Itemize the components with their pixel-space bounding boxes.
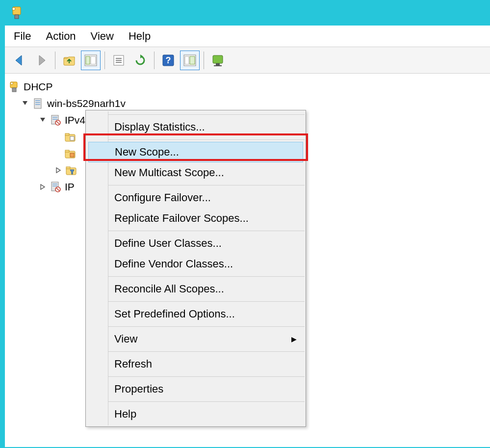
cm-refresh[interactable]: Refresh: [87, 354, 305, 374]
svg-rect-16: [213, 55, 223, 63]
svg-rect-37: [66, 167, 70, 169]
cm-reconcile-all-scopes[interactable]: Reconcile All Scopes...: [87, 279, 305, 299]
back-button[interactable]: [10, 51, 29, 70]
svg-rect-34: [65, 150, 69, 152]
svg-rect-31: [65, 133, 69, 135]
svg-rect-15: [185, 56, 189, 64]
expander-collapse-icon[interactable]: [38, 116, 47, 125]
svg-rect-28: [52, 119, 57, 120]
svg-rect-14: [190, 56, 195, 64]
dhcp-icon: [8, 80, 21, 93]
scope-options-button[interactable]: [208, 51, 228, 70]
svg-rect-17: [216, 63, 220, 65]
cm-set-predefined-options[interactable]: Set Predefined Options...: [87, 304, 305, 324]
expander-expand-icon[interactable]: [38, 183, 47, 191]
svg-point-1: [12, 7, 15, 10]
titlebar: [5, 0, 490, 26]
cm-view-label: View: [114, 333, 137, 345]
cm-help[interactable]: Help: [87, 404, 305, 424]
show-tree-button[interactable]: [81, 51, 101, 70]
svg-rect-23: [35, 100, 40, 101]
toolbar-separator-3: [154, 52, 155, 69]
svg-rect-25: [35, 104, 40, 105]
toolbar-separator-4: [204, 52, 204, 69]
cm-define-vendor-classes[interactable]: Define Vendor Classes...: [87, 254, 305, 274]
ipv6-icon: [49, 181, 62, 193]
tree-ipv6-label: IP: [65, 181, 75, 193]
svg-text:?: ?: [166, 55, 171, 65]
cm-display-statistics[interactable]: Display Statistics...: [87, 117, 305, 137]
menu-view[interactable]: View: [91, 30, 114, 43]
tree-root-label: DHCP: [24, 81, 53, 93]
toolbar: ?: [5, 47, 490, 74]
svg-rect-40: [52, 185, 57, 186]
tree-root-dhcp[interactable]: DHCP: [5, 79, 490, 95]
help-toolbar-button[interactable]: ?: [158, 51, 178, 70]
menu-file[interactable]: File: [14, 30, 31, 43]
cm-new-multicast-scope[interactable]: New Multicast Scope...: [87, 162, 305, 183]
refresh-button[interactable]: [130, 51, 150, 70]
tree-server[interactable]: win-bs529narh1v: [5, 95, 490, 112]
svg-rect-32: [70, 136, 74, 140]
folder-policies-icon: [64, 147, 77, 160]
expander-collapse-icon[interactable]: [21, 99, 29, 108]
dhcp-app-icon: [10, 6, 24, 20]
svg-rect-21: [12, 88, 16, 92]
forward-button[interactable]: [31, 51, 51, 70]
cm-configure-failover[interactable]: Configure Failover...: [87, 187, 305, 208]
server-icon: [31, 97, 44, 110]
ipv4-icon: [49, 114, 62, 127]
menu-help[interactable]: Help: [129, 30, 151, 43]
svg-rect-18: [214, 65, 222, 66]
tree-ipv4-label: IPv4: [65, 114, 85, 126]
folder-filters-icon: [65, 164, 77, 177]
svg-rect-24: [35, 102, 40, 103]
svg-rect-27: [52, 117, 57, 118]
submenu-arrow-icon: ▶: [291, 335, 297, 343]
folder-up-button[interactable]: [59, 51, 79, 70]
svg-rect-2: [15, 15, 19, 19]
expander-expand-icon[interactable]: [54, 166, 63, 175]
tree-panel: DHCP win-bs529narh1v: [5, 74, 490, 447]
tree-server-label: win-bs529narh1v: [47, 98, 126, 109]
cm-properties[interactable]: Properties: [87, 379, 305, 399]
action-pane-button[interactable]: [180, 51, 200, 70]
cm-define-user-classes[interactable]: Define User Classes...: [87, 233, 305, 254]
toolbar-separator-2: [104, 52, 105, 69]
cm-replicate-failover-scopes[interactable]: Replicate Failover Scopes...: [87, 208, 305, 229]
svg-rect-5: [86, 56, 90, 64]
cm-view-submenu[interactable]: View ▶: [87, 329, 305, 349]
folder-options-icon: [64, 131, 77, 143]
cm-new-scope[interactable]: New Scope...: [88, 142, 303, 162]
svg-rect-39: [52, 184, 57, 184]
menubar: File Action View Help: [5, 26, 490, 47]
svg-point-20: [11, 82, 13, 85]
svg-rect-6: [91, 56, 96, 64]
context-menu: Display Statistics... New Scope... New M…: [85, 110, 306, 427]
menu-action[interactable]: Action: [46, 30, 76, 43]
properties-button[interactable]: [109, 51, 129, 70]
svg-rect-35: [70, 153, 74, 157]
toolbar-separator: [55, 52, 55, 69]
